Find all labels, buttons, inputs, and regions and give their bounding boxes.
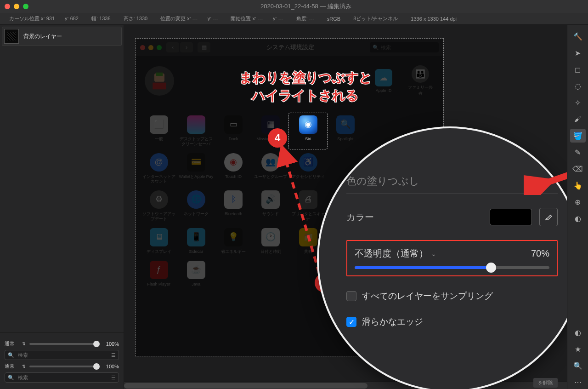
window-title: 2020-03-01_22-44-58 — 編集済み xyxy=(28,2,583,11)
layer-thumbnail xyxy=(4,29,19,44)
zoom-tool-icon[interactable]: 🔍 xyxy=(570,359,586,372)
opacity-value: 100% xyxy=(103,341,119,347)
tool-gavel-icon[interactable]: 🔨 xyxy=(570,29,586,43)
eyedropper-button[interactable] xyxy=(539,208,558,226)
stepper-icon[interactable]: ⇅ xyxy=(22,364,26,369)
doc-height: 高さ: 1330 xyxy=(124,15,148,22)
bit-depth: 8ビット/チャンネル xyxy=(353,15,398,22)
syswin-title: システム環境設定 xyxy=(215,43,365,51)
layer-search-2[interactable]: 🔍 ☰ xyxy=(5,372,119,383)
avatar xyxy=(145,66,174,96)
syswin-search: 🔍検索 xyxy=(370,42,439,52)
family-tile: 👪ファミリー共有 xyxy=(407,65,434,97)
eraser-tool-icon[interactable]: ⌫ xyxy=(570,162,586,176)
magic-wand-tool-icon[interactable]: ✧ xyxy=(570,96,586,109)
layer-search[interactable]: 🔍 ☰ xyxy=(5,350,119,360)
filter-icon[interactable]: ☰ xyxy=(111,375,116,381)
blend-mode-select[interactable]: 通常 xyxy=(5,340,18,347)
smooth-edges-label: 滑らかなエッジ xyxy=(362,316,423,328)
info-bar: カーソル位置 x: 931 y: 682 幅: 1336 高さ: 1330 位置… xyxy=(0,13,588,25)
angle: 角度: --- xyxy=(296,15,314,22)
fill-value: 100% xyxy=(103,364,119,369)
titlebar: 2020-03-01_22-44-58 — 編集済み xyxy=(0,0,588,13)
start-position: 開始位置 x: --- y: --- xyxy=(231,15,283,22)
deselect-button[interactable]: を解除 xyxy=(533,378,558,388)
color-swatch-icon[interactable]: ◐ xyxy=(570,326,586,339)
colorspace: sRGB xyxy=(327,16,340,22)
svg-rect-2 xyxy=(153,83,166,90)
sample-all-layers-checkbox[interactable] xyxy=(346,291,356,301)
layer-row[interactable]: 背景のレイヤー xyxy=(2,27,122,46)
arrow-tool-icon[interactable]: ➤ xyxy=(570,46,586,60)
opacity-section-highlighted: 不透明度（通常） ⌄ 70% xyxy=(346,240,558,276)
sample-all-label: すべてのレイヤーをサンプリング xyxy=(362,290,493,302)
siri-tile-highlighted: ◉Siri xyxy=(289,114,327,149)
smudge-tool-icon[interactable]: 👆 xyxy=(570,178,586,192)
svg-rect-1 xyxy=(156,73,163,76)
apple-id-tile: ☁Apple ID xyxy=(370,69,397,93)
annotation-arrow xyxy=(524,131,567,195)
pencil-tool-icon[interactable]: ✎ xyxy=(570,145,586,159)
svg-line-4 xyxy=(537,135,567,186)
opacity-value[interactable]: 70% xyxy=(531,248,549,259)
blend-mode-select-2[interactable]: 通常 xyxy=(5,363,18,370)
color-picker-tool-icon[interactable]: ◐ xyxy=(570,212,586,225)
chevron-down-icon[interactable]: ⌄ xyxy=(431,250,436,257)
canvas-area[interactable]: ‹ › ▦ システム環境設定 🔍検索 ☁Apple ID 👪ファミリー共有 xyxy=(124,25,567,389)
opacity-slider[interactable] xyxy=(355,266,549,269)
zoom-window-button[interactable] xyxy=(23,4,28,9)
lasso-tool-icon[interactable]: ◌ xyxy=(570,79,586,93)
clone-tool-icon[interactable]: ⊕ xyxy=(570,195,586,209)
paint-bucket-tool-icon[interactable]: 🪣 xyxy=(570,129,586,143)
color-label: カラー xyxy=(346,211,482,223)
dimensions-dpi: 1336 x 1330 144 dpi xyxy=(411,16,457,22)
stepper-icon[interactable]: ⇅ xyxy=(22,342,26,346)
close-window-button[interactable] xyxy=(5,4,10,9)
back-button: ‹ xyxy=(166,42,179,52)
layer-search-input-2[interactable] xyxy=(17,374,108,381)
search-icon: 🔍 xyxy=(8,375,14,381)
tool-sidebar: 🔨 ➤ ◻ ◌ ✧ 🖌 🪣 ✎ ⌫ 👆 ⊕ ◐ ◐ ★ 🔍 ⋯ xyxy=(567,25,588,389)
brush-tool-icon[interactable]: 🖌 xyxy=(570,112,586,126)
favorites-icon[interactable]: ★ xyxy=(570,342,586,356)
color-swatch[interactable] xyxy=(490,209,532,225)
layers-panel: 背景のレイヤー 通常 ⇅ 100% 🔍 ☰ 通常 ⇅ 100% 🔍 xyxy=(0,25,124,389)
position-delta: 位置の変更 x: --- y: --- xyxy=(160,15,218,22)
minimize-window-button[interactable] xyxy=(14,4,19,9)
more-icon[interactable]: ⋯ xyxy=(570,375,586,389)
marquee-tool-icon[interactable]: ◻ xyxy=(570,63,586,76)
layer-name: 背景のレイヤー xyxy=(23,33,62,40)
grid-icon: ▦ xyxy=(198,42,210,52)
filter-icon[interactable]: ☰ xyxy=(111,352,116,358)
opacity-label[interactable]: 不透明度（通常） xyxy=(355,247,428,260)
layer-search-input[interactable] xyxy=(17,352,108,358)
smooth-edges-checkbox[interactable] xyxy=(346,317,356,327)
fill-slider[interactable] xyxy=(29,366,100,367)
doc-width: 幅: 1336 xyxy=(91,15,111,22)
cursor-position: カーソル位置 x: 931 y: 682 xyxy=(9,15,79,22)
search-icon: 🔍 xyxy=(8,352,14,358)
horizontal-scrollbar[interactable] xyxy=(124,382,567,389)
opacity-slider[interactable] xyxy=(29,343,100,345)
forward-button: › xyxy=(180,42,193,52)
